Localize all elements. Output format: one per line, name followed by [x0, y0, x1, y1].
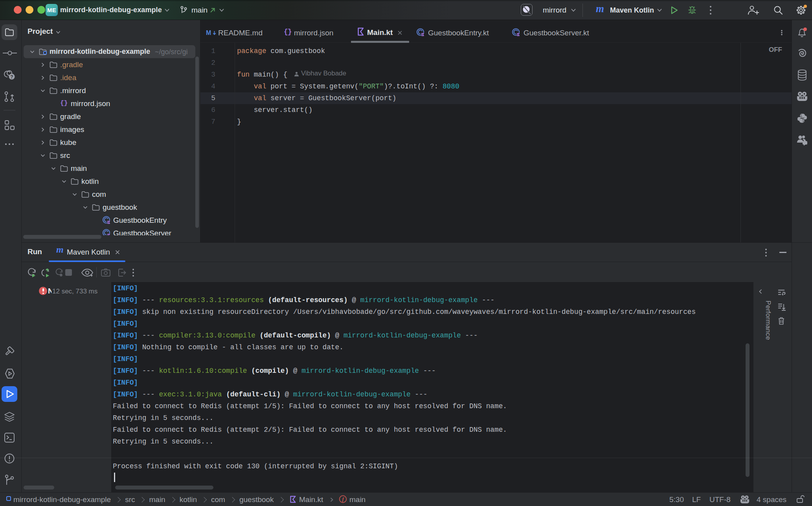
svg-text:?: ? — [10, 74, 13, 80]
svg-text:f: f — [342, 497, 344, 502]
svg-text:M: M — [206, 29, 211, 36]
